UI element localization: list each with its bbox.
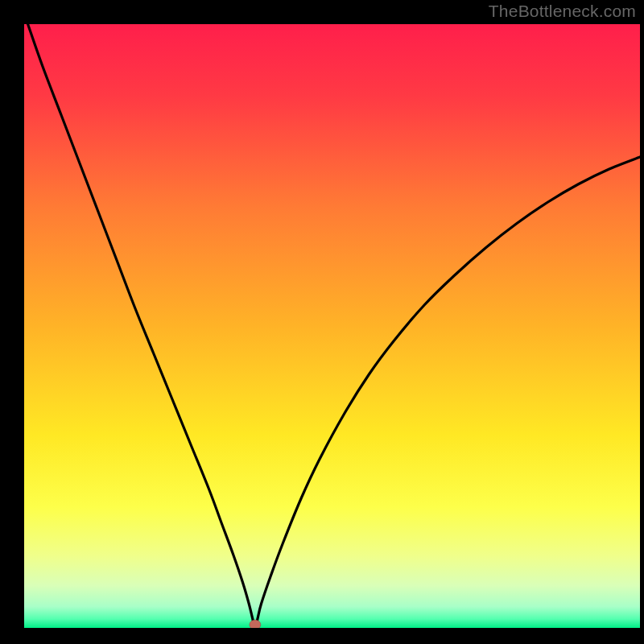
watermark-text: TheBottleneck.com — [489, 2, 636, 21]
optimum-marker — [250, 620, 261, 628]
chart-frame: TheBottleneck.com — [0, 0, 644, 644]
plot-area — [24, 24, 640, 628]
gradient-background — [24, 24, 640, 628]
plot-svg — [24, 24, 640, 628]
